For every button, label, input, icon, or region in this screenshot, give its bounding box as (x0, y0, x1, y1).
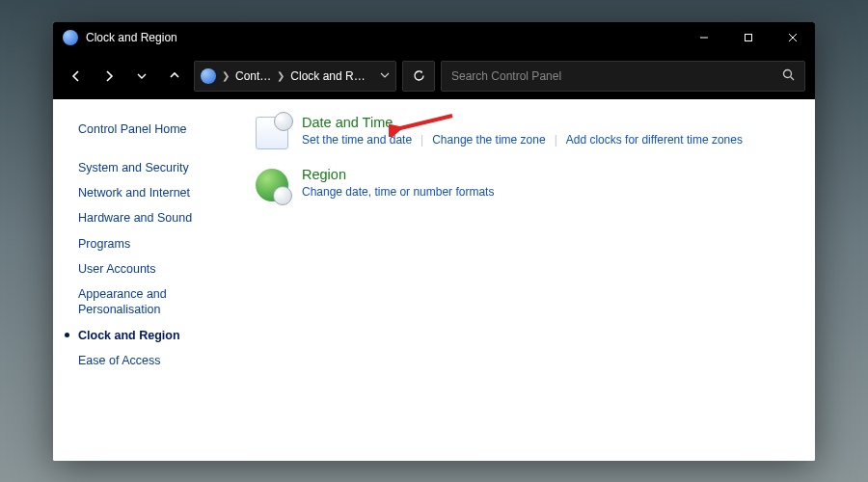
arrow-up-icon (168, 69, 181, 83)
section-body: Region Change date, time or number forma… (302, 167, 796, 201)
content-area: Control Panel Home System and Security N… (53, 99, 815, 461)
window-controls (682, 22, 815, 53)
sidebar-item-ease-of-access[interactable]: Ease of Access (78, 348, 223, 373)
refresh-button[interactable] (402, 61, 435, 92)
sidebar-item-clock-and-region[interactable]: Clock and Region (78, 323, 223, 348)
minimize-icon (699, 33, 709, 42)
close-button[interactable] (771, 22, 815, 53)
svg-rect-1 (746, 34, 752, 40)
window-title: Clock and Region (86, 31, 682, 44)
maximize-button[interactable] (726, 22, 771, 53)
up-button[interactable] (161, 61, 188, 92)
breadcrumb-clock-and-region[interactable]: Clock and R… (290, 69, 365, 83)
breadcrumb-separator-icon: ❯ (222, 70, 230, 81)
control-panel-icon (201, 68, 216, 84)
search-icon (782, 68, 795, 84)
breadcrumb-control-panel[interactable]: Cont… (235, 69, 271, 83)
sidebar-item-programs[interactable]: Programs (78, 231, 223, 256)
heading-region[interactable]: Region (302, 167, 796, 182)
sidebar-control-panel-home[interactable]: Control Panel Home (78, 117, 223, 142)
link-add-clocks[interactable]: Add clocks for different time zones (566, 133, 743, 147)
sidebar-item-system-and-security[interactable]: System and Security (78, 155, 223, 180)
back-button[interactable] (63, 61, 90, 92)
address-dropdown-button[interactable] (380, 70, 390, 82)
link-divider: | (420, 133, 423, 147)
link-change-formats[interactable]: Change date, time or number formats (302, 185, 494, 199)
sidebar: Control Panel Home System and Security N… (53, 99, 236, 461)
section-body: Date and Time Set the time and date | Ch… (302, 115, 796, 149)
arrow-right-icon (102, 69, 116, 83)
date-time-icon (256, 117, 288, 149)
search-input[interactable]: Search Control Panel (441, 61, 805, 92)
region-icon (256, 169, 288, 201)
link-set-time-and-date[interactable]: Set the time and date (302, 133, 412, 147)
heading-date-and-time[interactable]: Date and Time (302, 115, 796, 130)
maximize-icon (744, 33, 753, 42)
navbar: ❯ Cont… ❯ Clock and R… Search Control Pa… (53, 53, 815, 99)
chevron-down-icon (380, 70, 390, 80)
main-panel: Date and Time Set the time and date | Ch… (236, 99, 815, 461)
date-time-links: Set the time and date | Change the time … (302, 133, 796, 147)
link-divider: | (555, 133, 557, 147)
link-change-time-zone[interactable]: Change the time zone (432, 133, 545, 147)
sidebar-item-hardware-and-sound[interactable]: Hardware and Sound (78, 205, 223, 230)
sidebar-item-appearance-and-personalisation[interactable]: Appearance and Personalisation (78, 281, 223, 323)
section-date-and-time: Date and Time Set the time and date | Ch… (256, 115, 796, 149)
sidebar-item-user-accounts[interactable]: User Accounts (78, 256, 223, 281)
search-placeholder: Search Control Panel (451, 69, 782, 83)
address-bar[interactable]: ❯ Cont… ❯ Clock and R… (194, 61, 396, 92)
control-panel-window: Clock and Region ❯ Co (53, 22, 815, 461)
recent-dropdown-button[interactable] (128, 61, 155, 92)
svg-line-5 (791, 76, 795, 80)
refresh-icon (413, 69, 425, 82)
close-icon (788, 33, 798, 42)
minimize-button[interactable] (682, 22, 726, 53)
sidebar-item-network-and-internet[interactable]: Network and Internet (78, 180, 223, 205)
svg-point-4 (784, 69, 792, 77)
chevron-down-icon (136, 70, 148, 82)
section-region: Region Change date, time or number forma… (256, 167, 796, 201)
region-links: Change date, time or number formats (302, 185, 796, 199)
breadcrumb-separator-icon: ❯ (277, 70, 285, 81)
app-icon (63, 30, 78, 45)
forward-button[interactable] (95, 61, 122, 92)
arrow-left-icon (69, 69, 83, 83)
titlebar: Clock and Region (53, 22, 815, 53)
